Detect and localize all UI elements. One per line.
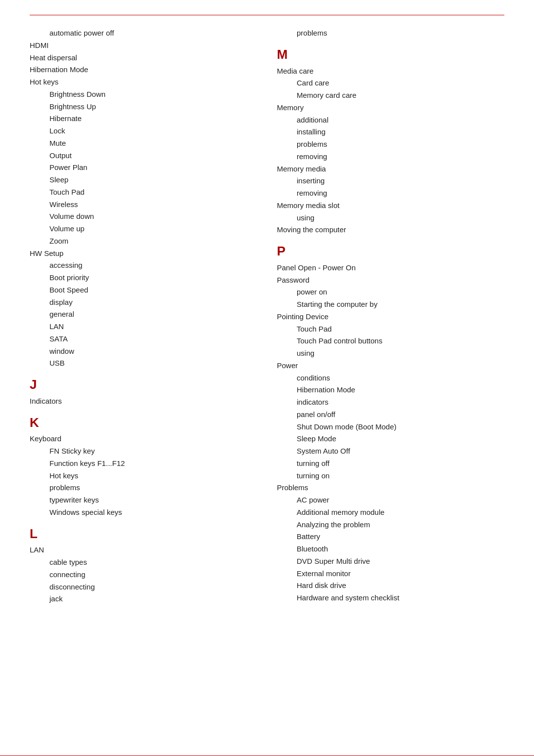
list-item: Lock bbox=[30, 125, 257, 137]
content-area: automatic power offHDMIHeat dispersalHib… bbox=[0, 27, 534, 605]
list-item: Hot keys bbox=[30, 76, 257, 88]
list-item: Wireless bbox=[30, 199, 257, 211]
list-item: Hibernation Mode bbox=[277, 384, 504, 396]
list-item: Moving the computer bbox=[277, 224, 504, 236]
list-item: Problems bbox=[277, 482, 504, 494]
list-item: Boot Speed bbox=[30, 284, 257, 296]
list-item: FN Sticky key bbox=[30, 445, 257, 458]
list-item: Mute bbox=[30, 137, 257, 150]
left-column: automatic power offHDMIHeat dispersalHib… bbox=[30, 27, 272, 605]
list-item: general bbox=[30, 308, 257, 321]
list-item: Panel Open - Power On bbox=[277, 262, 504, 274]
list-item: jack bbox=[30, 593, 257, 605]
list-item: using bbox=[277, 347, 504, 360]
list-item: Indicators bbox=[30, 395, 257, 408]
list-item: HW Setup bbox=[30, 248, 257, 260]
section-letter-l: L bbox=[30, 526, 257, 543]
list-item: problems bbox=[277, 27, 504, 40]
list-item: typewriter keys bbox=[30, 494, 257, 506]
section-letter-k: K bbox=[30, 415, 257, 431]
list-item: Memory media bbox=[277, 163, 504, 175]
list-item: LAN bbox=[30, 544, 257, 556]
list-item: Media care bbox=[277, 65, 504, 78]
list-item: Keyboard bbox=[30, 433, 257, 445]
page: automatic power offHDMIHeat dispersalHib… bbox=[0, 15, 534, 756]
list-item: turning on bbox=[277, 470, 504, 482]
list-item: Volume up bbox=[30, 223, 257, 235]
list-item: Memory card care bbox=[277, 89, 504, 102]
section-letter-p: P bbox=[277, 243, 504, 260]
list-item: Function keys F1...F12 bbox=[30, 458, 257, 470]
list-item: automatic power off bbox=[30, 27, 257, 40]
list-item: Zoom bbox=[30, 235, 257, 248]
list-item: Output bbox=[30, 150, 257, 162]
list-item: problems bbox=[30, 482, 257, 494]
list-item: Touch Pad bbox=[30, 186, 257, 199]
list-item: cable types bbox=[30, 556, 257, 569]
list-item: Bluetooth bbox=[277, 543, 504, 555]
list-item: conditions bbox=[277, 372, 504, 384]
list-item: AC power bbox=[277, 494, 504, 506]
list-item: removing bbox=[277, 187, 504, 200]
list-item: Heat dispersal bbox=[30, 52, 257, 64]
section-letter-j: J bbox=[30, 377, 257, 393]
list-item: Memory bbox=[277, 102, 504, 114]
list-item: Boot priority bbox=[30, 272, 257, 284]
list-item: Pointing Device bbox=[277, 311, 504, 323]
list-item: Password bbox=[277, 274, 504, 287]
list-item: Card care bbox=[277, 77, 504, 89]
list-item: Starting the computer by bbox=[277, 298, 504, 311]
top-rule bbox=[30, 15, 504, 15]
list-item: SATA bbox=[30, 333, 257, 345]
list-item: Hibernate bbox=[30, 113, 257, 125]
list-item: Volume down bbox=[30, 210, 257, 223]
list-item: disconnecting bbox=[30, 581, 257, 593]
list-item: accessing bbox=[30, 259, 257, 272]
list-item: Hard disk drive bbox=[277, 580, 504, 592]
list-item: Touch Pad control buttons bbox=[277, 335, 504, 347]
section-letter-m: M bbox=[277, 46, 504, 63]
list-item: Brightness Down bbox=[30, 88, 257, 101]
list-item: Power bbox=[277, 360, 504, 372]
list-item: turning off bbox=[277, 458, 504, 470]
list-item: USB bbox=[30, 357, 257, 370]
list-item: connecting bbox=[30, 569, 257, 581]
list-item: DVD Super Multi drive bbox=[277, 555, 504, 568]
list-item: Brightness Up bbox=[30, 101, 257, 113]
list-item: Additional memory module bbox=[277, 506, 504, 519]
list-item: using bbox=[277, 212, 504, 224]
list-item: Analyzing the problem bbox=[277, 519, 504, 531]
list-item: LAN bbox=[30, 321, 257, 333]
list-item: Hot keys bbox=[30, 470, 257, 482]
list-item: inserting bbox=[277, 175, 504, 187]
list-item: Battery bbox=[277, 531, 504, 543]
list-item: Power Plan bbox=[30, 162, 257, 174]
list-item: HDMI bbox=[30, 40, 257, 52]
list-item: Sleep Mode bbox=[277, 433, 504, 445]
list-item: removing bbox=[277, 151, 504, 163]
list-item: System Auto Off bbox=[277, 445, 504, 458]
list-item: External monitor bbox=[277, 568, 504, 580]
right-column: problemsMMedia careCard careMemory card … bbox=[272, 27, 504, 605]
list-item: installing bbox=[277, 126, 504, 138]
list-item: Hibernation Mode bbox=[30, 64, 257, 76]
list-item: power on bbox=[277, 286, 504, 298]
list-item: additional bbox=[277, 114, 504, 126]
list-item: indicators bbox=[277, 396, 504, 409]
list-item: problems bbox=[277, 138, 504, 151]
list-item: panel on/off bbox=[277, 409, 504, 421]
list-item: display bbox=[30, 296, 257, 309]
list-item: Windows special keys bbox=[30, 506, 257, 519]
list-item: window bbox=[30, 345, 257, 358]
list-item: Hardware and system checklist bbox=[277, 592, 504, 604]
list-item: Touch Pad bbox=[277, 323, 504, 336]
list-item: Memory media slot bbox=[277, 200, 504, 212]
list-item: Sleep bbox=[30, 174, 257, 186]
list-item: Shut Down mode (Boot Mode) bbox=[277, 421, 504, 433]
